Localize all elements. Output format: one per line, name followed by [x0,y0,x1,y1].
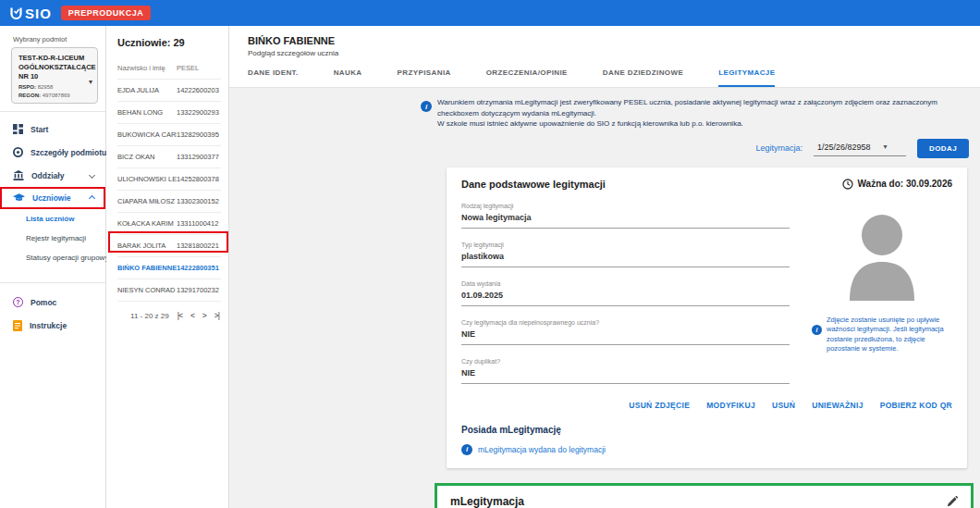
building-icon [13,170,24,180]
notice-line-1: Warunkiem otrzymania mLegitymacji jest z… [437,97,967,118]
sio-logo-icon [9,6,23,20]
list-item[interactable]: BICZ OKAN 13312900377 [117,146,221,168]
top-bar: SIO PREPRODUKCJA [0,0,980,26]
column-header-name[interactable]: Nazwisko i imię [117,64,177,72]
tab[interactable]: DANE DZIEDZINOWE [603,68,683,87]
sidebar-item-statusy-operacji[interactable]: Statusy operacji grupowych [0,248,105,267]
notice-line-2: W szkole musi istnieć aktywne upoważnien… [437,118,967,130]
sidebar-item-oddzialy[interactable]: Oddziały [0,164,105,187]
info-icon [421,101,432,112]
entity-dropdown-icon: ▾ [89,78,92,86]
info-icon [461,444,472,455]
chevron-down-icon [89,172,95,179]
photo-removal-note: Zdjęcie zostanie usunięte po upływie waż… [812,316,952,354]
card-action-button[interactable]: POBIERZ KOD QR [880,401,952,410]
tab[interactable]: NAUKA [334,68,362,87]
list-item[interactable]: EJDA JULIJA 14222600203 [117,80,221,102]
page-title: BIŃKO FABIENNE [248,35,962,46]
main-header: BIŃKO FABIENNE Podgląd szczegółów ucznia… [229,26,980,88]
edit-pencil-icon[interactable] [947,496,958,507]
sio-logo: SIO [9,6,52,21]
main-content: BIŃKO FABIENNE Podgląd szczegółów ucznia… [229,26,980,508]
tab[interactable]: PRZYPISANIA [398,68,451,87]
last-page-button[interactable]: >| [214,311,219,320]
valid-until: Ważna do: 30.09.2026 [842,179,952,190]
sidebar-item-start[interactable]: Start [0,118,105,141]
document-icon [13,320,22,331]
first-page-button[interactable]: |< [178,311,182,320]
form-field: Rodzaj legitymacji Nowa legitymacja [461,203,790,229]
list-item[interactable]: NIESYN CONRAD 13291700232 [117,279,221,302]
rspo-value: 82958 [38,84,54,90]
dashboard-icon [13,124,23,134]
list-item[interactable]: CIAPARA MIŁOSZ 13302300152 [117,191,221,213]
sidebar-divider [0,111,105,112]
page: SIO PREPRODUKCJA Wybrany podmiot TEST-KD… [0,0,980,508]
sidebar-item-instrukcje[interactable]: Instrukcje [0,314,105,338]
student-list-panel: Uczniowie: 29 Nazwisko i imię PESEL EJDA… [106,26,229,508]
legitymacja-select[interactable]: 1/25/26/82958 [814,141,906,156]
form-field: Typ legitymacji plastikowa [461,242,790,267]
sidebar-item-rejestr-legitymacji[interactable]: Rejestr legitymacji [0,229,105,248]
student-list-header: Nazwisko i imię PESEL [117,57,221,80]
tab[interactable]: DANE IDENT. [248,68,299,87]
next-page-button[interactable]: > [202,311,206,320]
has-mlegitymacja-label: Posiada mLegitymację [461,425,952,435]
sidebar: Wybrany podmiot TEST-KD-R-LICEUM OGÓLNOK… [0,26,106,508]
legitymacja-select-value: 1/25/26/82958 [817,142,871,152]
tab[interactable]: ORZECZENIA/OPINIE [486,68,568,87]
card-action-button[interactable]: USUŃ ZDJĘCIE [629,401,690,410]
form-field: Czy duplikat? NIE [461,358,790,384]
sidebar-item-pomoc[interactable]: ? Pomoc [0,291,105,314]
card-action-button[interactable]: UNIEWAŻNIJ [812,401,863,410]
list-item[interactable]: BUKOWICKA CARLO 13282900395 [117,124,221,146]
mlegitymacja-card-title: mLegitymacja [450,495,524,508]
sidebar-divider [0,282,105,283]
mlegitymacja-card-annotation: mLegitymacja Wydanie mLegitymacji [435,483,974,508]
mlegitymacja-issued-info: mLegitymacja wydana do legitymacji [461,444,952,455]
student-photo-placeholder [842,206,922,304]
form-fields: Rodzaj legitymacji Nowa legitymacja Typ … [461,190,790,384]
add-button[interactable]: DODAJ [917,139,969,158]
selected-entity-label: Wybrany podmiot [13,35,105,43]
pagination-range: 11 - 20 z 29 [130,312,169,320]
list-item[interactable]: BARAK JOLITA 13281800221 [117,235,221,257]
mlegitymacja-card: mLegitymacja Wydanie mLegitymacji [437,486,971,508]
sidebar-item-szczegoly-podmiotu[interactable]: Szczegóły podmiotu [0,141,105,164]
legitymacja-select-label: Legitymacja: [755,143,802,153]
entity-details-icon [13,147,23,157]
card-title: Dane podstawowe legitymacji [461,179,606,190]
sio-logo-text: SIO [25,6,52,21]
column-header-pesel[interactable]: PESEL [177,64,221,72]
sidebar-item-uczniowie[interactable]: Uczniowie [0,187,105,209]
list-item[interactable]: KOŁACKA KARIM 13311000412 [117,213,221,235]
list-item[interactable]: BIŃKO FABIENNE 14222800351 [117,257,221,279]
list-item[interactable]: ULICHNOWSKI LEA... 14252800378 [117,168,221,191]
legitymacja-details-card: Dane podstawowe legitymacji Ważna do: 30… [447,167,967,468]
entity-selector[interactable]: TEST-KD-R-LICEUM OGÓLNOKSZTAŁCĄCE NR 10 … [11,47,98,104]
prev-page-button[interactable]: < [190,311,194,320]
history-clock-icon [842,179,853,190]
regon-label: REGON: [18,93,41,98]
environment-badge: PREPRODUKCJA [61,6,152,20]
sidebar-item-lista-uczniow[interactable]: Lista uczniów [0,209,105,229]
legitymacja-select-row: Legitymacja: 1/25/26/82958 DODAJ [229,139,969,158]
info-icon [812,325,822,335]
card-action-button[interactable]: MODYFIKUJ [706,401,755,410]
chevron-up-icon [89,195,95,202]
student-rows: EJDA JULIJA 14222600203 BEHAN LONG 13322… [117,80,221,302]
pagination: 11 - 20 z 29 |< < > >| [117,302,221,329]
graduation-cap-icon [13,193,25,203]
form-field: Czy legitymacja dla niepełnosprawnego uc… [461,319,790,345]
list-item[interactable]: BEHAN LONG 13322900293 [117,102,221,124]
regon-value: 497087869 [43,93,70,98]
card-action-button[interactable]: USUŃ [772,401,795,410]
tab-bar: DANE IDENT. NAUKA PRZYPISANIA ORZECZENIA… [248,68,962,87]
rspo-label: RSPO: [18,84,36,90]
help-icon: ? [13,297,23,307]
form-field: Data wydania 01.09.2025 [461,280,790,306]
card-actions: USUŃ ZDJĘCIE MODYFIKUJ USUŃ UNIEWAŻNIJ P… [461,401,952,410]
tab[interactable]: LEGITYMACJE [718,68,775,87]
entity-name: TEST-KD-R-LICEUM OGÓLNOKSZTAŁCĄCE NR 10 [18,54,92,81]
page-subtitle: Podgląd szczegółów ucznia [248,49,962,57]
